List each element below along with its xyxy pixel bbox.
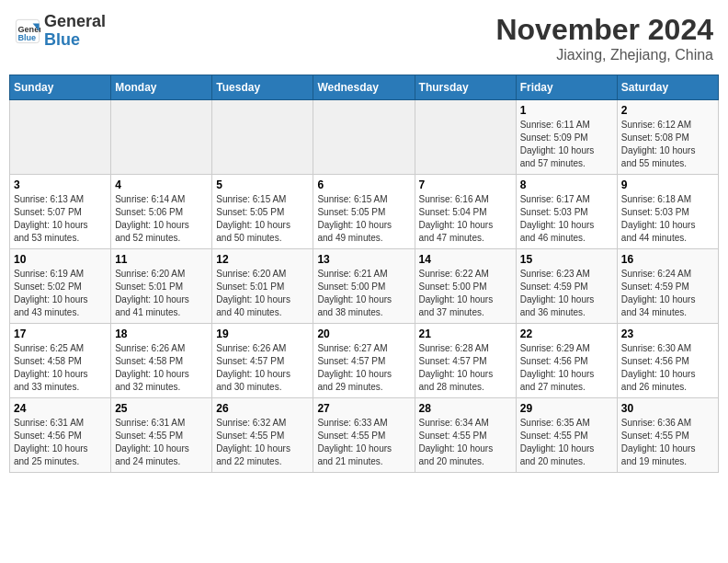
day-number: 24 — [14, 402, 107, 415]
day-number: 26 — [216, 402, 309, 415]
day-info: Sunrise: 6:24 AM Sunset: 4:59 PM Dayligh… — [621, 268, 714, 319]
day-info: Sunrise: 6:27 AM Sunset: 4:57 PM Dayligh… — [317, 342, 410, 394]
day-info: Sunrise: 6:28 AM Sunset: 4:57 PM Dayligh… — [419, 342, 512, 394]
calendar-cell: 2Sunrise: 6:12 AM Sunset: 5:08 PM Daylig… — [617, 100, 718, 175]
day-number: 12 — [216, 253, 309, 266]
calendar-cell: 9Sunrise: 6:18 AM Sunset: 5:03 PM Daylig… — [617, 175, 718, 249]
day-number: 2 — [621, 104, 714, 117]
day-number: 15 — [520, 253, 613, 266]
day-info: Sunrise: 6:33 AM Sunset: 4:55 PM Dayligh… — [317, 417, 410, 468]
calendar-cell: 27Sunrise: 6:33 AM Sunset: 4:55 PM Dayli… — [313, 398, 415, 473]
calendar-cell: 30Sunrise: 6:36 AM Sunset: 4:55 PM Dayli… — [617, 398, 718, 473]
title-block: November 2024 Jiaxing, Zhejiang, China — [495, 13, 713, 63]
day-number: 27 — [317, 402, 410, 415]
calendar-cell: 10Sunrise: 6:19 AM Sunset: 5:02 PM Dayli… — [10, 249, 111, 324]
calendar-cell — [10, 100, 111, 175]
day-info: Sunrise: 6:11 AM Sunset: 5:09 PM Dayligh… — [520, 119, 613, 170]
day-info: Sunrise: 6:26 AM Sunset: 4:57 PM Dayligh… — [216, 342, 309, 394]
calendar-cell: 14Sunrise: 6:22 AM Sunset: 5:00 PM Dayli… — [415, 249, 516, 324]
day-number: 19 — [216, 327, 309, 340]
day-info: Sunrise: 6:20 AM Sunset: 5:01 PM Dayligh… — [216, 268, 309, 319]
calendar-cell: 18Sunrise: 6:26 AM Sunset: 4:58 PM Dayli… — [111, 324, 212, 398]
day-info: Sunrise: 6:12 AM Sunset: 5:08 PM Dayligh… — [621, 119, 714, 170]
logo-icon: General Blue — [15, 18, 40, 44]
weekday-header: Sunday — [10, 75, 111, 100]
day-info: Sunrise: 6:31 AM Sunset: 4:55 PM Dayligh… — [115, 417, 208, 468]
day-info: Sunrise: 6:34 AM Sunset: 4:55 PM Dayligh… — [419, 417, 512, 468]
day-info: Sunrise: 6:35 AM Sunset: 4:55 PM Dayligh… — [520, 417, 613, 468]
day-info: Sunrise: 6:31 AM Sunset: 4:56 PM Dayligh… — [14, 417, 107, 468]
calendar-cell: 1Sunrise: 6:11 AM Sunset: 5:09 PM Daylig… — [516, 100, 617, 175]
day-info: Sunrise: 6:30 AM Sunset: 4:56 PM Dayligh… — [621, 342, 714, 394]
calendar-cell: 25Sunrise: 6:31 AM Sunset: 4:55 PM Dayli… — [111, 398, 212, 473]
day-number: 30 — [621, 402, 714, 415]
day-number: 23 — [621, 327, 714, 340]
calendar-cell: 23Sunrise: 6:30 AM Sunset: 4:56 PM Dayli… — [617, 324, 718, 398]
calendar-cell: 19Sunrise: 6:26 AM Sunset: 4:57 PM Dayli… — [212, 324, 313, 398]
calendar-cell: 7Sunrise: 6:16 AM Sunset: 5:04 PM Daylig… — [415, 175, 516, 249]
page-header: General Blue General Blue November 2024 … — [9, 9, 719, 67]
day-number: 4 — [115, 178, 208, 191]
calendar-header-row: SundayMondayTuesdayWednesdayThursdayFrid… — [10, 75, 719, 100]
calendar-cell: 22Sunrise: 6:29 AM Sunset: 4:56 PM Dayli… — [516, 324, 617, 398]
day-info: Sunrise: 6:20 AM Sunset: 5:01 PM Dayligh… — [115, 268, 208, 319]
calendar-week-row: 3Sunrise: 6:13 AM Sunset: 5:07 PM Daylig… — [10, 175, 719, 249]
day-info: Sunrise: 6:23 AM Sunset: 4:59 PM Dayligh… — [520, 268, 613, 319]
calendar-cell: 16Sunrise: 6:24 AM Sunset: 4:59 PM Dayli… — [617, 249, 718, 324]
day-number: 22 — [520, 327, 613, 340]
day-info: Sunrise: 6:18 AM Sunset: 5:03 PM Dayligh… — [621, 193, 714, 245]
month-title: November 2024 — [495, 13, 713, 47]
weekday-header: Saturday — [617, 75, 718, 100]
day-number: 28 — [419, 402, 512, 415]
day-number: 17 — [14, 327, 107, 340]
calendar-cell: 28Sunrise: 6:34 AM Sunset: 4:55 PM Dayli… — [415, 398, 516, 473]
calendar-cell: 4Sunrise: 6:14 AM Sunset: 5:06 PM Daylig… — [111, 175, 212, 249]
calendar-cell: 8Sunrise: 6:17 AM Sunset: 5:03 PM Daylig… — [516, 175, 617, 249]
day-info: Sunrise: 6:29 AM Sunset: 4:56 PM Dayligh… — [520, 342, 613, 394]
calendar-cell — [212, 100, 313, 175]
calendar-cell: 17Sunrise: 6:25 AM Sunset: 4:58 PM Dayli… — [10, 324, 111, 398]
calendar-week-row: 1Sunrise: 6:11 AM Sunset: 5:09 PM Daylig… — [10, 100, 719, 175]
calendar-cell: 21Sunrise: 6:28 AM Sunset: 4:57 PM Dayli… — [415, 324, 516, 398]
day-number: 18 — [115, 327, 208, 340]
weekday-header: Monday — [111, 75, 212, 100]
weekday-header: Tuesday — [212, 75, 313, 100]
day-number: 9 — [621, 178, 714, 191]
day-number: 20 — [317, 327, 410, 340]
calendar-cell — [111, 100, 212, 175]
day-info: Sunrise: 6:26 AM Sunset: 4:58 PM Dayligh… — [115, 342, 208, 394]
day-info: Sunrise: 6:15 AM Sunset: 5:05 PM Dayligh… — [317, 193, 410, 245]
day-number: 1 — [520, 104, 613, 117]
calendar-cell: 12Sunrise: 6:20 AM Sunset: 5:01 PM Dayli… — [212, 249, 313, 324]
calendar-cell: 15Sunrise: 6:23 AM Sunset: 4:59 PM Dayli… — [516, 249, 617, 324]
day-info: Sunrise: 6:19 AM Sunset: 5:02 PM Dayligh… — [14, 268, 107, 319]
day-info: Sunrise: 6:16 AM Sunset: 5:04 PM Dayligh… — [419, 193, 512, 245]
calendar-cell — [415, 100, 516, 175]
day-number: 29 — [520, 402, 613, 415]
day-number: 14 — [419, 253, 512, 266]
calendar-week-row: 17Sunrise: 6:25 AM Sunset: 4:58 PM Dayli… — [10, 324, 719, 398]
day-number: 5 — [216, 178, 309, 191]
day-number: 3 — [14, 178, 107, 191]
day-number: 7 — [419, 178, 512, 191]
day-number: 21 — [419, 327, 512, 340]
weekday-header: Friday — [516, 75, 617, 100]
calendar-cell: 24Sunrise: 6:31 AM Sunset: 4:56 PM Dayli… — [10, 398, 111, 473]
day-number: 6 — [317, 178, 410, 191]
svg-text:Blue: Blue — [18, 33, 37, 42]
calendar-week-row: 24Sunrise: 6:31 AM Sunset: 4:56 PM Dayli… — [10, 398, 719, 473]
calendar-cell: 20Sunrise: 6:27 AM Sunset: 4:57 PM Dayli… — [313, 324, 415, 398]
day-info: Sunrise: 6:13 AM Sunset: 5:07 PM Dayligh… — [14, 193, 107, 245]
calendar-cell: 13Sunrise: 6:21 AM Sunset: 5:00 PM Dayli… — [313, 249, 415, 324]
calendar-cell: 26Sunrise: 6:32 AM Sunset: 4:55 PM Dayli… — [212, 398, 313, 473]
calendar-cell: 6Sunrise: 6:15 AM Sunset: 5:05 PM Daylig… — [313, 175, 415, 249]
day-number: 25 — [115, 402, 208, 415]
day-info: Sunrise: 6:15 AM Sunset: 5:05 PM Dayligh… — [216, 193, 309, 245]
day-info: Sunrise: 6:32 AM Sunset: 4:55 PM Dayligh… — [216, 417, 309, 468]
day-info: Sunrise: 6:22 AM Sunset: 5:00 PM Dayligh… — [419, 268, 512, 319]
day-number: 16 — [621, 253, 714, 266]
day-number: 13 — [317, 253, 410, 266]
day-number: 11 — [115, 253, 208, 266]
calendar-cell: 11Sunrise: 6:20 AM Sunset: 5:01 PM Dayli… — [111, 249, 212, 324]
calendar-week-row: 10Sunrise: 6:19 AM Sunset: 5:02 PM Dayli… — [10, 249, 719, 324]
